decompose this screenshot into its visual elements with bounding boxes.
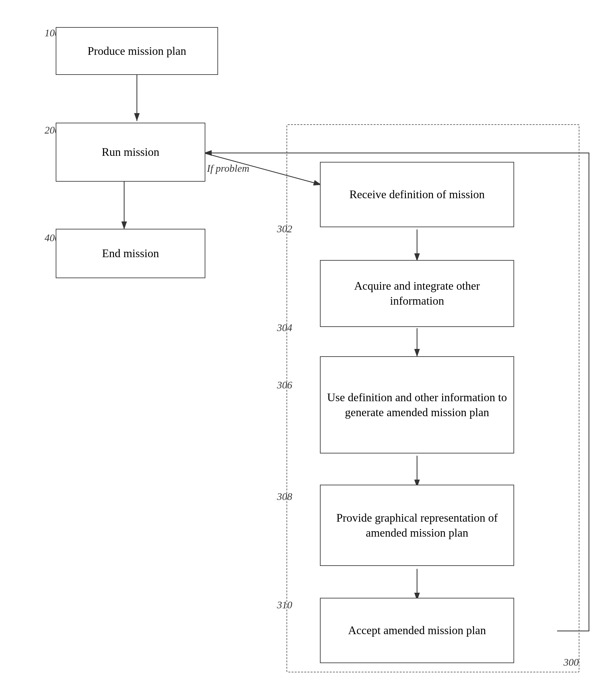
box-end-mission: End mission — [56, 229, 205, 278]
if-problem-label: If problem — [207, 163, 249, 174]
box-acquire-integrate: Acquire and integrate other information — [320, 260, 514, 327]
box-receive-definition: Receive definition of mission — [320, 162, 514, 227]
box-use-definition: Use definition and other information to … — [320, 356, 514, 454]
diagram: 100 200 400 302 304 306 308 310 300 Prod… — [0, 0, 616, 695]
box-provide-graphical: Provide graphical representation of amen… — [320, 485, 514, 566]
box-accept-amended: Accept amended mission plan — [320, 598, 514, 663]
box-run-mission: Run mission — [56, 123, 205, 182]
box-produce-mission-plan: Produce mission plan — [56, 27, 218, 75]
